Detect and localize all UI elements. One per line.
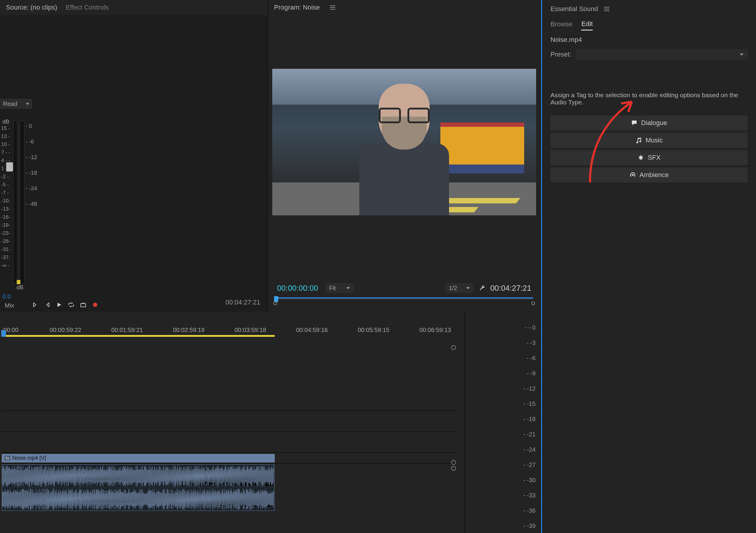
ruler-tick: 00:04:59:16 xyxy=(296,327,328,333)
video-clip-label: Noise.mp4 [V] xyxy=(12,455,46,461)
preset-dropdown[interactable] xyxy=(576,49,748,60)
video-clip[interactable]: fxNoise.mp4 [V] xyxy=(2,454,275,463)
ruler-tick: 00:00:59:22 xyxy=(50,327,81,333)
db-label-bottom: dB xyxy=(16,284,23,291)
source-panel: Source: (no clips) Effect Controls Read … xyxy=(0,0,268,312)
timeline-tracks[interactable]: fxNoise.mp4 [V] xyxy=(2,342,457,531)
track-fx-toggle[interactable] xyxy=(451,460,456,465)
essential-sound-panel: Essential Sound Browse Edit Noise.mp4 Pr… xyxy=(541,0,756,312)
timeline-playhead[interactable] xyxy=(1,330,6,337)
ruler-tick: 00:03:59:18 xyxy=(234,327,266,333)
channel-meter-bar xyxy=(17,121,20,284)
sfx-label: SFX xyxy=(648,154,661,162)
tab-source[interactable]: Source: (no clips) xyxy=(6,4,57,12)
duration-timecode: 00:04:27:21 xyxy=(490,283,531,293)
assign-tag-hint: Assign a Tag to the selection to enable … xyxy=(542,62,756,113)
meter-left-scale: 15 -13 -10 -7 - -4 - -1 - --2 --5 --7 --… xyxy=(1,124,10,270)
dialogue-button[interactable]: Dialogue xyxy=(551,116,748,130)
ruler-tick: 00:05:59:15 xyxy=(358,327,390,333)
automation-mode-dropdown[interactable]: Read xyxy=(0,99,32,109)
mix-label: Mix xyxy=(5,302,14,309)
program-panel: Program: Noise xyxy=(268,0,541,312)
tab-edit[interactable]: Edit xyxy=(581,20,593,31)
timeline-panel: :00:0000:00:59:2200:01:59:2100:02:59:190… xyxy=(0,312,465,533)
zoom-dropdown[interactable]: Fit xyxy=(326,283,354,293)
source-timecode: 00:04:27:21 xyxy=(226,299,260,306)
resolution-value: 1/2 xyxy=(449,285,457,292)
dialogue-icon xyxy=(631,120,637,126)
selected-clip-name: Noise.mp4 xyxy=(542,32,756,47)
ruler-tick: 00:02:59:19 xyxy=(173,327,204,333)
timeline-ruler[interactable]: :00:0000:00:59:2200:01:59:2100:02:59:190… xyxy=(2,327,457,342)
meter-right-scale: - 0- -6- -12- -18- -24- -48 xyxy=(25,119,37,212)
loop-icon[interactable] xyxy=(67,301,75,309)
source-body: Read dB 15 -13 -10 -7 - -4 - -1 - --2 --… xyxy=(0,15,267,312)
svg-rect-0 xyxy=(81,304,86,307)
tab-effect-controls[interactable]: Effect Controls xyxy=(66,4,109,12)
sfx-icon xyxy=(637,154,644,161)
work-area-bar[interactable] xyxy=(2,335,275,337)
dialogue-label: Dialogue xyxy=(641,119,667,127)
ruler-tick: 00:06:59:13 xyxy=(419,327,451,333)
chevron-down-icon xyxy=(740,54,743,56)
current-timecode[interactable]: 00:00:00:00 xyxy=(277,283,318,293)
chevron-down-icon xyxy=(466,287,470,289)
mark-in-icon[interactable] xyxy=(31,301,39,309)
fx-badge: fx xyxy=(5,456,11,461)
ruler-tick: 00:01:59:21 xyxy=(111,327,143,333)
mark-out-icon[interactable] xyxy=(43,301,51,309)
ambience-button[interactable]: Ambience xyxy=(551,168,748,182)
automation-mode-label: Read xyxy=(3,100,17,107)
chevron-down-icon xyxy=(346,287,350,289)
export-frame-icon[interactable] xyxy=(79,301,87,309)
program-scrubber[interactable] xyxy=(275,297,533,303)
tab-browse[interactable]: Browse xyxy=(551,20,572,30)
audio-clip[interactable] xyxy=(2,464,275,511)
music-label: Music xyxy=(646,136,663,144)
chevron-down-icon xyxy=(26,103,29,105)
record-icon[interactable] xyxy=(91,301,99,309)
sfx-button[interactable]: SFX xyxy=(551,150,748,165)
ambience-label: Ambience xyxy=(640,171,669,179)
preset-label: Preset: xyxy=(551,51,571,58)
playhead-handle[interactable] xyxy=(274,296,278,302)
panel-menu-icon[interactable] xyxy=(330,7,336,8)
panel-menu-icon[interactable] xyxy=(604,9,609,9)
music-button[interactable]: Music xyxy=(551,133,748,148)
play-icon[interactable] xyxy=(55,301,63,309)
music-icon xyxy=(635,137,642,144)
essential-sound-title: Essential Sound xyxy=(551,5,598,13)
track-fx-toggle[interactable] xyxy=(451,345,456,350)
fader-handle[interactable] xyxy=(6,162,13,172)
essential-sound-lower xyxy=(541,312,756,533)
settings-icon[interactable] xyxy=(479,283,486,293)
fader-value: 0.0 xyxy=(2,293,11,300)
resolution-dropdown[interactable]: 1/2 xyxy=(445,283,473,293)
source-transport xyxy=(31,301,99,309)
zoom-value: Fit xyxy=(329,285,336,292)
program-monitor[interactable] xyxy=(272,69,536,215)
scrub-end-marker[interactable] xyxy=(531,302,535,305)
tab-program[interactable]: Program: Noise xyxy=(274,4,320,12)
meter-scale: - - 0- -3- -6- -9- -12- -15- -18- -21- -… xyxy=(523,320,535,533)
track-fx-toggle[interactable] xyxy=(451,466,456,471)
ambience-icon xyxy=(630,172,636,178)
master-audio-meter: - - 0- -3- -6- -9- -12- -15- -18- -21- -… xyxy=(465,312,541,533)
scrub-start-marker[interactable] xyxy=(273,302,277,305)
